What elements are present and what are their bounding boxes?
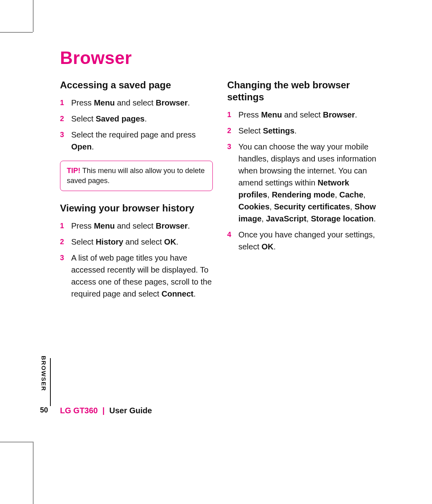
footer: LG GT360 | User Guide xyxy=(60,406,152,415)
content-area: Browser Accessing a saved page 1Press Me… xyxy=(60,48,380,308)
left-column: Accessing a saved page 1Press Menu and s… xyxy=(60,79,213,308)
step-number: 2 xyxy=(227,126,231,136)
step-item: 2Select History and select OK. xyxy=(60,236,213,248)
side-section-label-text: BROWSER xyxy=(40,356,47,391)
step-text: Select the required page and press Open. xyxy=(71,130,196,151)
two-column-layout: Accessing a saved page 1Press Menu and s… xyxy=(60,79,380,308)
section-heading-viewing-history: Viewing your browser history xyxy=(60,202,213,214)
crop-mark xyxy=(33,0,34,32)
step-number: 3 xyxy=(60,129,64,140)
step-text: Select History and select OK. xyxy=(71,237,178,246)
steps-viewing-history: 1Press Menu and select Browser.2Select H… xyxy=(60,220,213,300)
step-text: Select Saved pages. xyxy=(71,114,147,123)
step-text: Once you have changed your settings, sel… xyxy=(238,230,375,251)
section-heading-accessing-saved-page: Accessing a saved page xyxy=(60,79,213,91)
side-rule xyxy=(50,358,51,406)
step-item: 1Press Menu and select Browser. xyxy=(60,220,213,232)
step-text: Press Menu and select Browser. xyxy=(71,221,190,230)
step-item: 2Select Saved pages. xyxy=(60,113,213,125)
page-number: 50 xyxy=(40,406,48,414)
step-text: You can choose the way your mobile handl… xyxy=(238,142,376,223)
step-number: 2 xyxy=(60,237,64,247)
tip-box: TIP! This menu will also allow you to de… xyxy=(60,161,213,191)
step-number: 4 xyxy=(227,229,231,240)
tip-text: This menu will also allow you to delete … xyxy=(67,167,205,185)
step-text: Press Menu and select Browser. xyxy=(71,98,190,107)
right-column: Changing the web browser settings 1Press… xyxy=(227,79,380,308)
step-item: 2Select Settings. xyxy=(227,125,380,137)
footer-guide: User Guide xyxy=(109,406,152,415)
steps-changing-settings: 1Press Menu and select Browser.2Select S… xyxy=(227,109,380,253)
step-item: 3Select the required page and press Open… xyxy=(60,129,213,153)
step-number: 1 xyxy=(227,110,231,120)
crop-mark xyxy=(0,32,33,33)
step-number: 1 xyxy=(60,221,64,231)
steps-accessing-saved-page: 1Press Menu and select Browser.2Select S… xyxy=(60,97,213,153)
footer-separator: | xyxy=(100,406,107,415)
step-item: 3A list of web page titles you have acce… xyxy=(60,252,213,300)
side-section-label: BROWSER xyxy=(40,356,49,404)
step-number: 3 xyxy=(227,141,231,152)
step-text: Press Menu and select Browser. xyxy=(238,110,357,119)
step-number: 1 xyxy=(60,98,64,108)
step-number: 2 xyxy=(60,114,64,124)
step-item: 1Press Menu and select Browser. xyxy=(227,109,380,121)
step-text: Select Settings. xyxy=(238,126,297,135)
section-heading-changing-settings: Changing the web browser settings xyxy=(227,79,380,103)
crop-mark xyxy=(33,442,34,504)
page-title: Browser xyxy=(60,48,380,68)
footer-brand: LG GT360 xyxy=(60,406,98,415)
step-item: 4Once you have changed your settings, se… xyxy=(227,229,380,253)
manual-page: Browser Accessing a saved page 1Press Me… xyxy=(0,0,432,504)
step-item: 1Press Menu and select Browser. xyxy=(60,97,213,109)
step-number: 3 xyxy=(60,253,64,263)
tip-label: TIP! xyxy=(67,167,80,175)
step-item: 3You can choose the way your mobile hand… xyxy=(227,141,380,225)
crop-mark xyxy=(0,442,33,442)
step-text: A list of web page titles you have acces… xyxy=(71,253,212,298)
